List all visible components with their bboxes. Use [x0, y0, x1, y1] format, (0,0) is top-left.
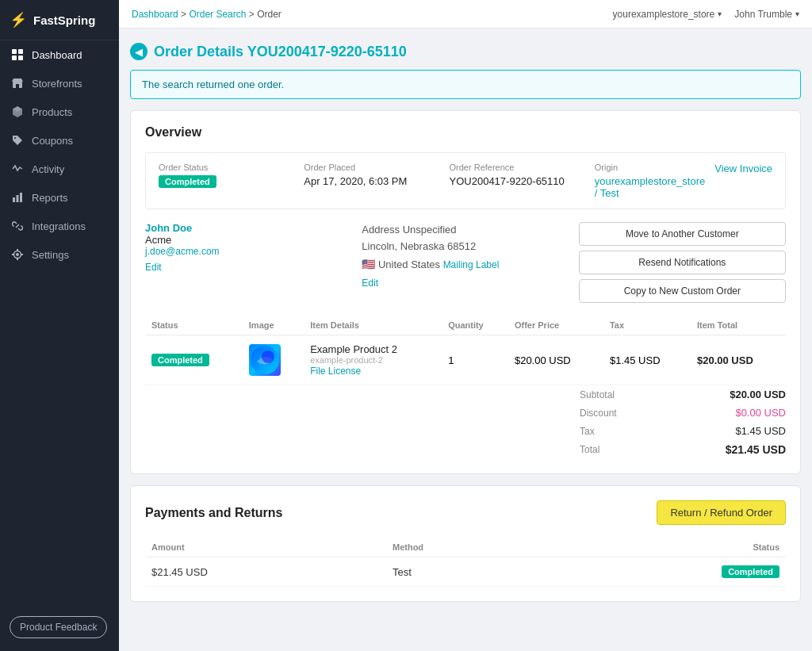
- subtotal-value: $20.00 USD: [730, 389, 786, 400]
- order-reference-value: YOU200417-9220-65110: [450, 175, 585, 187]
- sidebar-item-activity[interactable]: Activity: [0, 155, 119, 183]
- customer-edit-link[interactable]: Edit: [145, 262, 352, 273]
- svg-point-6: [14, 137, 16, 139]
- payments-table: Amount Method Status $21.45 USD Test Com…: [145, 538, 786, 587]
- address-edit-link[interactable]: Edit: [362, 278, 569, 289]
- sidebar-item-label: Integrations: [32, 220, 86, 232]
- customer-email[interactable]: j.doe@acme.com: [145, 246, 352, 257]
- sidebar-item-label: Products: [32, 106, 72, 118]
- logo-text: FastSpring: [33, 13, 95, 27]
- sidebar-item-label: Activity: [32, 163, 64, 175]
- item-offer-price: $20.00 USD: [508, 335, 603, 385]
- order-placed-col: Order Placed Apr 17, 2020, 6:03 PM: [304, 163, 439, 187]
- move-to-customer-button[interactable]: Move to Another Customer: [579, 222, 786, 246]
- sidebar-nav: Dashboard Storefronts Products Coupons A…: [0, 40, 119, 269]
- sidebar-item-label: Storefronts: [32, 78, 82, 90]
- breadcrumb-dashboard[interactable]: Dashboard: [132, 9, 178, 20]
- svg-rect-5: [16, 84, 19, 88]
- items-table-header: Status Image Item Details Quantity Offer…: [145, 316, 786, 335]
- svg-rect-8: [17, 195, 19, 202]
- item-tax: $1.45 USD: [603, 335, 691, 385]
- col-image: Image: [243, 316, 304, 335]
- svg-point-11: [262, 350, 274, 363]
- col-tax: Tax: [603, 316, 691, 335]
- svg-rect-1: [18, 49, 23, 54]
- item-quantity: 1: [442, 335, 508, 385]
- origin-link[interactable]: yourexamplestore_store / Test: [595, 175, 705, 199]
- copy-to-custom-order-button[interactable]: Copy to New Custom Order: [579, 279, 786, 303]
- col-method: Method: [386, 538, 539, 557]
- back-button[interactable]: ◀: [130, 43, 147, 60]
- order-status-col: Order Status Completed: [159, 163, 294, 188]
- activity-icon: [11, 163, 24, 175]
- payments-header: Payments and Returns Return / Refund Ord…: [145, 500, 786, 525]
- payment-row: $21.45 USD Test Completed: [145, 557, 786, 587]
- payments-title: Payments and Returns: [145, 506, 282, 520]
- content-area: ◀ Order Details YOU200417-9220-65110 The…: [119, 29, 812, 651]
- sidebar-item-reports[interactable]: Reports: [0, 183, 119, 212]
- col-status: Status: [145, 316, 243, 335]
- sidebar-item-label: Reports: [32, 192, 68, 204]
- item-total: $20.00 USD: [691, 335, 786, 385]
- country-name: United States: [378, 258, 440, 270]
- product-feedback-button[interactable]: Product Feedback: [10, 616, 107, 638]
- breadcrumb-order-search[interactable]: Order Search: [189, 9, 246, 20]
- store-chevron-icon: ▾: [718, 10, 722, 18]
- order-status-badge: Completed: [159, 175, 216, 188]
- main-area: Dashboard > Order Search > Order yourexa…: [119, 0, 812, 651]
- sidebar-item-storefronts[interactable]: Storefronts: [0, 69, 119, 98]
- table-row: Completed: [145, 335, 786, 385]
- summary-table: Subtotal $20.00 USD Discount $0.00 USD T…: [580, 385, 786, 459]
- mailing-label-link[interactable]: Mailing Label: [443, 259, 500, 270]
- col-amount: Amount: [145, 538, 386, 557]
- box-icon: [11, 105, 24, 118]
- payment-status-badge: Completed: [722, 565, 779, 578]
- topbar-store-selector[interactable]: yourexamplestore_store ▾: [613, 9, 722, 20]
- flag-icon: 🇺🇸: [362, 258, 375, 270]
- customer-name[interactable]: John Doe: [145, 222, 352, 234]
- logo-icon: ⚡: [10, 11, 27, 29]
- svg-rect-0: [12, 49, 17, 54]
- customer-info: John Doe Acme j.doe@acme.com Edit: [145, 222, 352, 273]
- item-status: Completed: [145, 335, 243, 385]
- link-icon: [11, 220, 24, 232]
- origin-col: Origin yourexamplestore_store / Test Vie…: [595, 163, 772, 199]
- product-sku: example-product-2: [310, 355, 435, 365]
- tag-icon: [11, 134, 24, 147]
- sidebar-item-dashboard[interactable]: Dashboard: [0, 40, 119, 69]
- order-placed-value: Apr 17, 2020, 6:03 PM: [304, 175, 439, 187]
- payment-status: Completed: [539, 557, 786, 587]
- topbar-user-menu[interactable]: John Trumble ▾: [734, 9, 799, 20]
- grid-icon: [11, 48, 24, 61]
- view-invoice-link[interactable]: View Invoice: [714, 163, 772, 174]
- address-city-state: Lincoln, Nebraska 68512: [362, 239, 569, 255]
- sidebar-item-settings[interactable]: Settings: [0, 240, 119, 269]
- tax-line: Tax $1.45 USD: [580, 422, 786, 440]
- sidebar-item-integrations[interactable]: Integrations: [0, 212, 119, 240]
- payment-amount: $21.45 USD: [145, 557, 386, 587]
- action-buttons: Move to Another Customer Resend Notifica…: [579, 222, 786, 303]
- resend-notifications-button[interactable]: Resend Notifications: [579, 251, 786, 274]
- sidebar-item-label: Settings: [32, 249, 69, 261]
- col-quantity: Quantity: [442, 316, 508, 335]
- overview-title: Overview: [145, 125, 786, 140]
- total-label: Total: [580, 444, 599, 455]
- svg-rect-9: [20, 193, 22, 202]
- tax-label: Tax: [580, 426, 595, 437]
- file-license-link[interactable]: File License: [310, 366, 361, 377]
- sidebar-item-products[interactable]: Products: [0, 98, 119, 126]
- return-refund-button[interactable]: Return / Refund Order: [657, 500, 786, 525]
- user-chevron-icon: ▾: [795, 10, 799, 18]
- bar-chart-icon: [11, 191, 24, 204]
- order-summary: Subtotal $20.00 USD Discount $0.00 USD T…: [145, 385, 786, 459]
- col-offer-price: Offer Price: [508, 316, 603, 335]
- order-reference-col: Order Reference YOU200417-9220-65110: [450, 163, 585, 187]
- order-placed-label: Order Placed: [304, 163, 439, 172]
- user-name: John Trumble: [734, 9, 792, 20]
- search-alert: The search returned one order.: [130, 70, 801, 99]
- sidebar-item-coupons[interactable]: Coupons: [0, 126, 119, 155]
- page-header: ◀ Order Details YOU200417-9220-65110: [130, 36, 801, 70]
- sidebar-item-label: Coupons: [32, 135, 73, 147]
- item-image: [243, 335, 304, 385]
- col-payment-status: Status: [539, 538, 786, 557]
